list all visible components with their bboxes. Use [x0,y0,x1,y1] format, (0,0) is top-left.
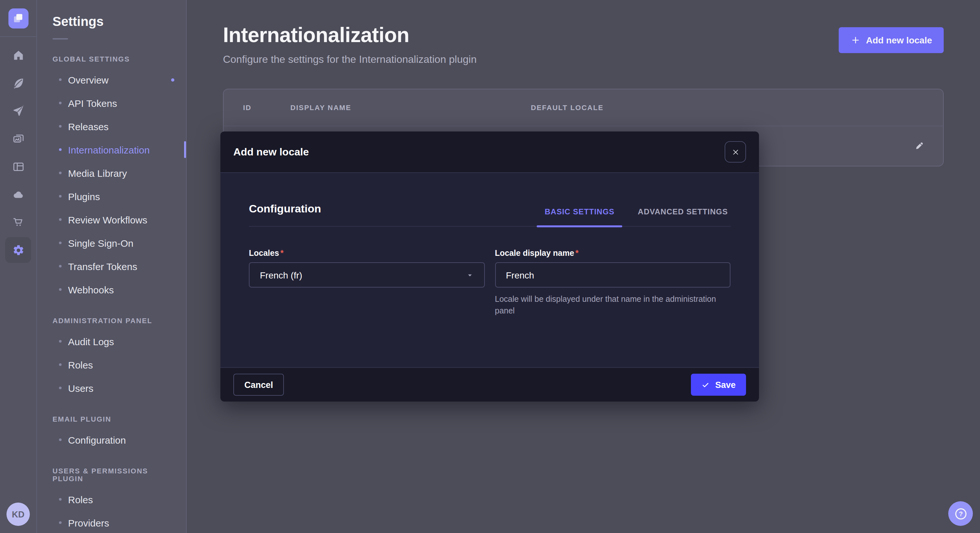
save-button[interactable]: Save [691,374,746,396]
tab-advanced-settings[interactable]: ADVANCED SETTINGS [635,207,730,226]
chevron-down-icon [466,271,474,279]
required-asterisk: * [280,249,283,258]
modal-close-button[interactable] [725,141,746,163]
locale-display-name-input[interactable] [495,262,730,287]
locales-select[interactable]: French (fr) [249,262,485,287]
display-name-field: Locale display name* Locale will be disp… [495,249,730,317]
save-label: Save [715,380,736,390]
settings-tabs: BASIC SETTINGSADVANCED SETTINGS [542,207,730,226]
add-locale-modal: Add new locale Configuration BASIC SETTI… [220,132,759,401]
tab-basic-settings[interactable]: BASIC SETTINGS [542,207,617,226]
required-asterisk: * [576,249,579,258]
locales-field: Locales* French (fr) [249,249,485,317]
cancel-button[interactable]: Cancel [233,374,284,396]
configuration-header-row: Configuration BASIC SETTINGSADVANCED SET… [249,173,730,227]
modal-header: Add new locale [220,132,759,173]
locales-select-value: French (fr) [260,270,302,280]
form-fields: Locales* French (fr) Locale display name… [249,249,730,317]
configuration-heading: Configuration [249,203,321,226]
check-icon [702,381,710,389]
modal-title: Add new locale [233,146,309,158]
modal-body: Configuration BASIC SETTINGSADVANCED SET… [220,173,759,367]
strapi-admin-app: KD Settings GLOBAL SETTINGSOverviewAPI T… [0,0,980,533]
display-name-label: Locale display name* [495,249,730,258]
modal-footer: Cancel Save [220,367,759,401]
locales-label: Locales* [249,249,485,258]
display-name-hint: Locale will be displayed under that name… [495,294,730,317]
close-x-icon [731,148,740,156]
